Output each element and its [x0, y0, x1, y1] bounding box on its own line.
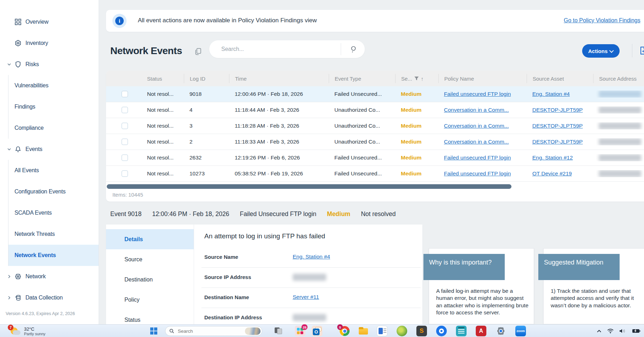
- blue-circle-app-icon[interactable]: [436, 326, 447, 336]
- policy-link[interactable]: Failed unsecured FTP login: [444, 155, 511, 161]
- wifi-icon[interactable]: [607, 329, 614, 333]
- export-icon[interactable]: [638, 46, 644, 57]
- column-log-id[interactable]: Log ID: [184, 74, 229, 83]
- slack-icon[interactable]: 25: [295, 326, 305, 336]
- filter-funnel-icon[interactable]: [414, 76, 419, 82]
- row-checkbox[interactable]: [122, 155, 128, 161]
- sidebar-item-network[interactable]: Network: [0, 266, 99, 287]
- horizontal-scrollbar[interactable]: [106, 182, 644, 191]
- source-asset-link[interactable]: DESKTOP-JLPT59P: [532, 123, 583, 129]
- column-status[interactable]: Status: [141, 74, 184, 83]
- chrome-icon[interactable]: S: [339, 326, 350, 336]
- cell-severity: Medium: [395, 91, 438, 97]
- table-row[interactable]: Not resol... 9018 12:00:46 PM · Feb 18, …: [106, 86, 644, 102]
- table-row[interactable]: Not resol... 3 11:18:28 AM · Feb 3, 2026…: [106, 118, 644, 134]
- file-explorer-icon[interactable]: [358, 326, 369, 336]
- policy-link[interactable]: Conversation in a Comm...: [444, 107, 509, 113]
- table-row[interactable]: Not resol... 2632 12:19:26 PM · Feb 6, 2…: [106, 150, 644, 166]
- cell-time: 05:38:52 PM · Feb 19, 2026: [229, 170, 329, 177]
- cell-log-id: 2: [184, 139, 229, 145]
- acrobat-icon[interactable]: A: [476, 326, 486, 336]
- cell-severity: Medium: [395, 155, 438, 161]
- source-asset-link[interactable]: Eng. Station #4: [532, 91, 570, 97]
- policy-link[interactable]: Conversation in a Comm...: [444, 123, 509, 129]
- table-row[interactable]: Not resol... 2 11:18:33 AM · Feb 3, 2026…: [106, 134, 644, 150]
- redacted-value: [599, 170, 641, 177]
- sidebar-item-overview[interactable]: Overview: [0, 11, 99, 33]
- cell-policy: Conversation in a Comm...: [438, 139, 527, 145]
- taskbar-search-input[interactable]: [174, 329, 234, 334]
- cell-checkbox: [106, 123, 141, 129]
- column-severity[interactable]: Se... ↑: [395, 74, 438, 83]
- destination-name-link[interactable]: Server #11: [293, 294, 319, 300]
- settings-gear-icon[interactable]: [496, 326, 506, 336]
- cell-time: 11:18:44 AM · Feb 3, 2026: [229, 107, 329, 113]
- row-checkbox[interactable]: [122, 107, 128, 113]
- detail-event-type: Failed Unsecured FTP login: [240, 210, 316, 218]
- tab-details[interactable]: Details: [106, 229, 194, 249]
- policy-link[interactable]: Failed unsecured FTP login: [444, 170, 511, 176]
- search-highlight-image[interactable]: [245, 327, 260, 335]
- column-source-asset[interactable]: Source Asset: [527, 74, 593, 83]
- source-asset-link[interactable]: DESKTOP-JLPT59P: [532, 139, 583, 145]
- field-label: Destination Name: [204, 294, 249, 300]
- sidebar-item-configuration-events[interactable]: Configuration Events: [8, 181, 99, 202]
- sidebar-item-findings[interactable]: Findings: [8, 96, 99, 117]
- risks-subgroup: Vulnerabilities Findings Compliance: [8, 75, 99, 139]
- sidebar-item-label: Inventory: [25, 40, 48, 46]
- sidebar-item-network-events[interactable]: Network Events: [8, 245, 99, 266]
- volume-icon[interactable]: [619, 329, 626, 333]
- column-source-address[interactable]: Source Address: [593, 74, 644, 83]
- table-row[interactable]: Not resol... 4 11:18:44 AM · Feb 3, 2026…: [106, 102, 644, 118]
- column-time[interactable]: Time: [229, 74, 329, 83]
- source-asset-link[interactable]: OT Device #219: [532, 170, 572, 176]
- notes-app-icon[interactable]: [456, 326, 467, 336]
- column-event-type[interactable]: Event Type: [329, 74, 395, 83]
- green-app-icon[interactable]: [397, 326, 407, 336]
- field-row: Destination IP Address: [106, 308, 422, 324]
- copy-icon[interactable]: [195, 48, 201, 57]
- search-input[interactable]: [209, 46, 326, 52]
- row-checkbox[interactable]: [122, 170, 128, 177]
- field-value: Server #11: [293, 294, 319, 300]
- event-detail-summary: Event 9018 12:00:46 PM · Feb 18, 2026 Fa…: [110, 210, 396, 218]
- sublime-text-icon[interactable]: S: [416, 326, 427, 336]
- policy-link[interactable]: Failed unsecured FTP login: [444, 91, 511, 97]
- sort-ascending-icon[interactable]: ↑: [421, 76, 424, 82]
- zoom-icon[interactable]: zoom: [515, 326, 526, 336]
- policy-link[interactable]: Conversation in a Comm...: [444, 139, 509, 145]
- battery-icon[interactable]: [632, 329, 640, 333]
- sidebar-item-inventory[interactable]: Inventory: [0, 33, 99, 54]
- cell-source-address: [593, 154, 644, 161]
- tray-chevron-up-icon[interactable]: [597, 329, 602, 333]
- sidebar-item-network-threats[interactable]: Network Threats: [8, 223, 99, 245]
- row-checkbox[interactable]: [122, 139, 128, 145]
- row-checkbox[interactable]: [122, 123, 128, 129]
- horizontal-scrollbar-thumb[interactable]: [107, 184, 511, 189]
- search-button[interactable]: [346, 43, 362, 55]
- sidebar-item-all-events[interactable]: All Events: [8, 160, 99, 181]
- policy-violation-findings-link[interactable]: Go to Policy Violation Findings: [564, 17, 640, 24]
- document-app-icon[interactable]: [377, 326, 387, 336]
- sidebar-item-scada-events[interactable]: SCADA Events: [8, 202, 99, 223]
- row-checkbox[interactable]: [122, 91, 128, 97]
- sidebar-item-risks[interactable]: Risks: [0, 54, 99, 75]
- task-view-icon[interactable]: [273, 326, 284, 336]
- column-policy-name[interactable]: Policy Name: [438, 74, 527, 83]
- detail-status: Not resolved: [361, 210, 396, 218]
- cell-checkbox: [106, 155, 141, 161]
- sidebar-item-compliance[interactable]: Compliance: [8, 117, 99, 139]
- source-name-link[interactable]: Eng. Station #4: [293, 254, 330, 260]
- start-button[interactable]: [150, 327, 157, 335]
- table-row[interactable]: Not resol... 10273 05:38:52 PM · Feb 19,…: [106, 166, 644, 182]
- sidebar-item-data-collection[interactable]: Data Collection: [0, 287, 99, 308]
- outlook-icon[interactable]: O: [312, 326, 322, 336]
- source-asset-link[interactable]: Eng. Station #12: [532, 155, 573, 161]
- sidebar-item-vulnerabilities[interactable]: Vulnerabilities: [8, 75, 99, 96]
- actions-button[interactable]: Actions: [582, 44, 620, 58]
- source-asset-link[interactable]: DESKTOP-JLPT59P: [532, 107, 583, 113]
- sidebar-item-events[interactable]: Events: [0, 139, 99, 160]
- weather-widget[interactable]: 7 32°C Partly sunny: [10, 325, 46, 337]
- taskbar-search[interactable]: [165, 326, 262, 336]
- cell-policy: Conversation in a Comm...: [438, 123, 527, 129]
